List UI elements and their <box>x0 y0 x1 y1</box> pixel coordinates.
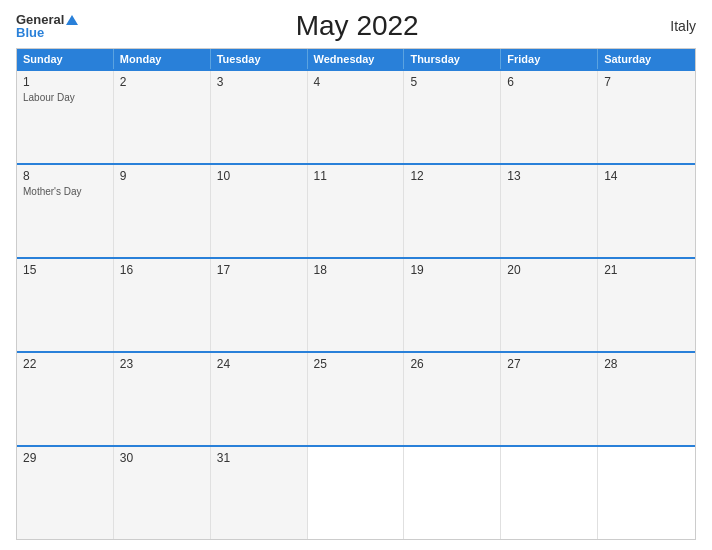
week-row-4: 22232425262728 <box>17 351 695 445</box>
day-cell: 4 <box>308 71 405 163</box>
day-cell: 25 <box>308 353 405 445</box>
day-cell: 20 <box>501 259 598 351</box>
day-number: 18 <box>314 263 398 277</box>
day-cell: 14 <box>598 165 695 257</box>
day-cell: 21 <box>598 259 695 351</box>
day-cell: 10 <box>211 165 308 257</box>
day-number: 2 <box>120 75 204 89</box>
day-number: 1 <box>23 75 107 89</box>
day-cell: 31 <box>211 447 308 539</box>
day-cell: 27 <box>501 353 598 445</box>
day-number: 5 <box>410 75 494 89</box>
day-number: 25 <box>314 357 398 371</box>
day-cell: 17 <box>211 259 308 351</box>
day-cell <box>308 447 405 539</box>
day-cell: 9 <box>114 165 211 257</box>
day-number: 6 <box>507 75 591 89</box>
day-cell: 23 <box>114 353 211 445</box>
day-number: 16 <box>120 263 204 277</box>
day-cell: 8Mother's Day <box>17 165 114 257</box>
day-number: 10 <box>217 169 301 183</box>
day-number: 12 <box>410 169 494 183</box>
header: General Blue May 2022 Italy <box>16 10 696 42</box>
day-cell: 18 <box>308 259 405 351</box>
day-number: 14 <box>604 169 689 183</box>
event-label: Labour Day <box>23 92 107 103</box>
calendar-title: May 2022 <box>78 10 636 42</box>
day-number: 19 <box>410 263 494 277</box>
day-cell: 11 <box>308 165 405 257</box>
day-number: 4 <box>314 75 398 89</box>
header-wednesday: Wednesday <box>308 49 405 69</box>
day-cell: 1Labour Day <box>17 71 114 163</box>
day-cell: 26 <box>404 353 501 445</box>
day-cell: 24 <box>211 353 308 445</box>
header-monday: Monday <box>114 49 211 69</box>
day-cell: 29 <box>17 447 114 539</box>
day-number: 26 <box>410 357 494 371</box>
day-cell: 7 <box>598 71 695 163</box>
header-thursday: Thursday <box>404 49 501 69</box>
weeks-container: 1Labour Day2345678Mother's Day9101112131… <box>17 69 695 539</box>
day-cell <box>598 447 695 539</box>
day-cell: 22 <box>17 353 114 445</box>
day-cell: 3 <box>211 71 308 163</box>
day-cell <box>501 447 598 539</box>
day-number: 11 <box>314 169 398 183</box>
header-sunday: Sunday <box>17 49 114 69</box>
week-row-3: 15161718192021 <box>17 257 695 351</box>
day-number: 21 <box>604 263 689 277</box>
event-label: Mother's Day <box>23 186 107 197</box>
day-cell <box>404 447 501 539</box>
week-row-1: 1Labour Day234567 <box>17 69 695 163</box>
day-number: 22 <box>23 357 107 371</box>
day-cell: 5 <box>404 71 501 163</box>
day-cell: 12 <box>404 165 501 257</box>
day-number: 9 <box>120 169 204 183</box>
day-headers-row: Sunday Monday Tuesday Wednesday Thursday… <box>17 49 695 69</box>
header-tuesday: Tuesday <box>211 49 308 69</box>
logo-blue-text: Blue <box>16 26 78 39</box>
day-cell: 30 <box>114 447 211 539</box>
day-number: 30 <box>120 451 204 465</box>
day-number: 29 <box>23 451 107 465</box>
day-number: 23 <box>120 357 204 371</box>
day-cell: 15 <box>17 259 114 351</box>
day-cell: 2 <box>114 71 211 163</box>
day-number: 13 <box>507 169 591 183</box>
day-cell: 28 <box>598 353 695 445</box>
day-cell: 6 <box>501 71 598 163</box>
country-label: Italy <box>636 18 696 34</box>
day-number: 3 <box>217 75 301 89</box>
header-friday: Friday <box>501 49 598 69</box>
day-cell: 13 <box>501 165 598 257</box>
week-row-2: 8Mother's Day91011121314 <box>17 163 695 257</box>
week-row-5: 293031 <box>17 445 695 539</box>
day-cell: 19 <box>404 259 501 351</box>
header-saturday: Saturday <box>598 49 695 69</box>
day-number: 31 <box>217 451 301 465</box>
day-number: 27 <box>507 357 591 371</box>
day-number: 15 <box>23 263 107 277</box>
day-number: 20 <box>507 263 591 277</box>
calendar: Sunday Monday Tuesday Wednesday Thursday… <box>16 48 696 540</box>
day-cell: 16 <box>114 259 211 351</box>
day-number: 28 <box>604 357 689 371</box>
day-number: 7 <box>604 75 689 89</box>
day-number: 17 <box>217 263 301 277</box>
logo: General Blue <box>16 13 78 39</box>
logo-triangle-icon <box>66 15 78 25</box>
day-number: 24 <box>217 357 301 371</box>
page: General Blue May 2022 Italy Sunday Monda… <box>0 0 712 550</box>
day-number: 8 <box>23 169 107 183</box>
